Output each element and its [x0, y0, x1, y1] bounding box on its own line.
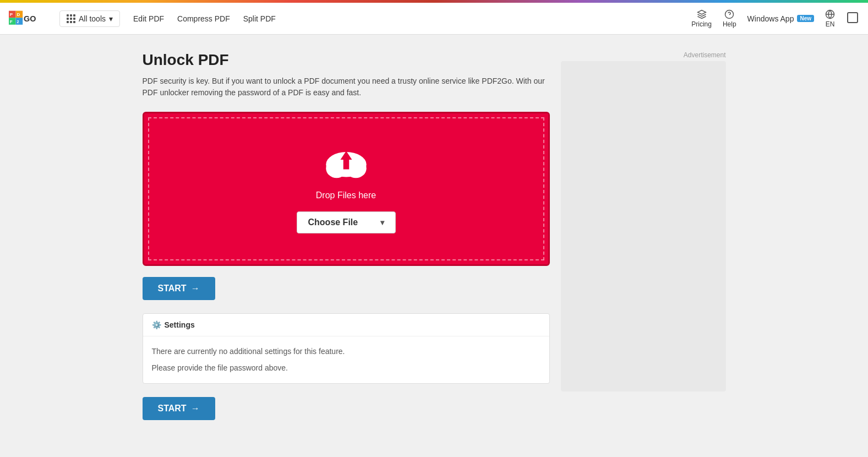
new-badge: New — [797, 15, 814, 22]
user-icon-button[interactable] — [846, 11, 859, 26]
settings-body: There are currently no additional settin… — [143, 336, 549, 383]
svg-text:GO: GO — [24, 14, 36, 23]
pricing-button[interactable]: Pricing — [691, 9, 712, 28]
nav-links: Edit PDF Compress PDF Split PDF — [133, 12, 691, 25]
choose-file-button[interactable]: Choose File ▾ — [297, 211, 396, 233]
arrow-right-icon: → — [191, 284, 200, 293]
chevron-down-icon: ▾ — [109, 14, 113, 23]
help-icon — [724, 9, 734, 19]
pricing-label: Pricing — [691, 20, 712, 28]
language-button[interactable]: EN — [825, 9, 835, 28]
upload-drop-zone[interactable]: Drop Files here Choose File ▾ — [143, 112, 550, 266]
svg-text:P: P — [10, 12, 13, 17]
windows-app-button[interactable]: Windows App New — [747, 14, 814, 23]
logo-svg: P D F 2 GO — [9, 9, 48, 29]
help-label: Help — [723, 20, 736, 28]
content-area: Unlock PDF PDF security is key. But if y… — [143, 51, 550, 433]
ad-sidebar: Advertisement — [561, 51, 726, 433]
all-tools-button[interactable]: All tools ▾ — [59, 10, 120, 27]
svg-rect-13 — [848, 13, 858, 23]
lang-label: EN — [826, 20, 835, 28]
settings-box: ⚙️ Settings There are currently no addit… — [143, 313, 550, 384]
page-title: Unlock PDF — [143, 51, 550, 69]
ad-placeholder — [561, 61, 726, 391]
windows-app-label: Windows App — [747, 14, 794, 23]
nav-split-pdf[interactable]: Split PDF — [243, 12, 276, 25]
header-right: Pricing Help Windows App New EN — [691, 9, 859, 28]
settings-line2: Please provide the file password above. — [152, 362, 541, 374]
settings-gear-icon: ⚙️ — [152, 320, 161, 329]
header: P D F 2 GO All tools ▾ Edit PDF Compress… — [0, 3, 868, 35]
drop-files-text: Drop Files here — [316, 191, 376, 200]
svg-text:2: 2 — [17, 19, 19, 24]
settings-header: ⚙️ Settings — [143, 314, 549, 336]
choose-file-label: Choose File — [308, 217, 358, 227]
cloud-upload-icon — [321, 144, 371, 183]
svg-text:D: D — [17, 12, 20, 17]
start-button[interactable]: START → — [143, 277, 215, 300]
svg-text:F: F — [10, 19, 13, 24]
start-label-bottom: START — [158, 404, 187, 414]
globe-icon — [825, 9, 835, 19]
arrow-right-icon-bottom: → — [191, 404, 200, 414]
grid-icon — [67, 14, 75, 23]
nav-edit-pdf[interactable]: Edit PDF — [133, 12, 164, 25]
user-icon — [846, 11, 859, 24]
all-tools-label: All tools — [79, 14, 106, 23]
help-button[interactable]: Help — [723, 9, 736, 28]
pricing-icon — [697, 9, 707, 19]
start-label: START — [158, 284, 187, 293]
settings-header-label: Settings — [165, 320, 195, 329]
choose-file-chevron-icon: ▾ — [380, 218, 384, 227]
nav-compress-pdf[interactable]: Compress PDF — [177, 12, 230, 25]
main-content: Unlock PDF PDF security is key. But if y… — [132, 35, 737, 450]
logo[interactable]: P D F 2 GO — [9, 9, 48, 29]
settings-line1: There are currently no additional settin… — [152, 345, 541, 357]
page-description: PDF security is key. But if you want to … — [143, 75, 550, 99]
start-button-bottom[interactable]: START → — [143, 397, 215, 420]
ad-label: Advertisement — [561, 51, 726, 59]
